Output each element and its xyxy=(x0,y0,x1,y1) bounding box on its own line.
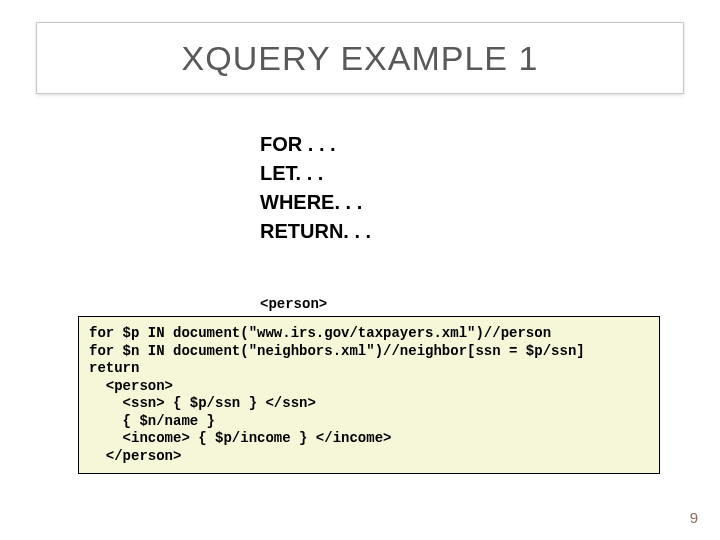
flwor-for: FOR . . . xyxy=(260,130,371,159)
code-line-7: <income> { $p/income } </income> xyxy=(89,430,391,446)
title-container: XQUERY EXAMPLE 1 xyxy=(36,22,684,94)
code-line-8: </person> xyxy=(89,448,181,464)
slide: XQUERY EXAMPLE 1 FOR . . . LET. . . WHER… xyxy=(0,0,720,540)
code-line-3: return xyxy=(89,360,139,376)
slide-title: XQUERY EXAMPLE 1 xyxy=(182,39,539,78)
flwor-where: WHERE. . . xyxy=(260,188,371,217)
snippet-label: <person> xyxy=(260,296,327,312)
code-line-2: for $n IN document("neighbors.xml")//nei… xyxy=(89,343,585,359)
flwor-return: RETURN. . . xyxy=(260,217,371,246)
page-number: 9 xyxy=(690,509,698,526)
flwor-let: LET. . . xyxy=(260,159,371,188)
code-line-1: for $p IN document("www.irs.gov/taxpayer… xyxy=(89,325,551,341)
code-line-5: <ssn> { $p/ssn } </ssn> xyxy=(89,395,316,411)
code-block: for $p IN document("www.irs.gov/taxpayer… xyxy=(78,316,660,474)
code-line-6: { $n/name } xyxy=(89,413,215,429)
code-line-4: <person> xyxy=(89,378,173,394)
flwor-summary: FOR . . . LET. . . WHERE. . . RETURN. . … xyxy=(260,130,371,246)
